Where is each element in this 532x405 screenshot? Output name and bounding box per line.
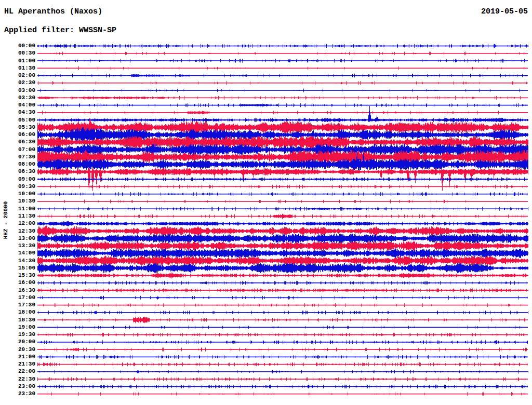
helicorder-canvas (0, 0, 532, 405)
helicorder-page: HL Aperanthos (Naxos) 2019-05-05 Applied… (0, 0, 532, 405)
